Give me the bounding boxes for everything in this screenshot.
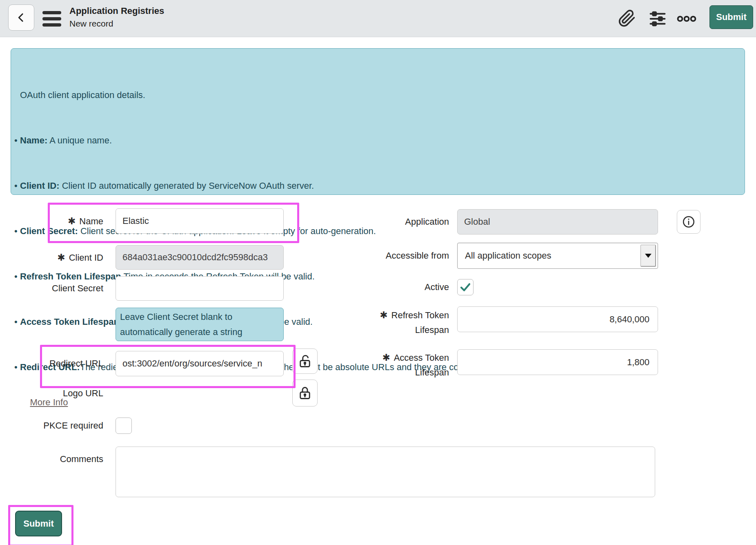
personalize-form-button[interactable] xyxy=(647,10,668,28)
client-secret-hint: Leave Client Secret blank to automatical… xyxy=(116,308,284,341)
application-input xyxy=(457,209,658,235)
info-bullet-name: Name: A unique name. xyxy=(20,133,732,148)
comments-label: Comments xyxy=(16,447,103,472)
ellipsis-icon xyxy=(677,15,696,23)
required-marker: ✱ xyxy=(68,216,76,226)
chevron-left-icon xyxy=(15,11,27,24)
required-marker: ✱ xyxy=(380,310,387,320)
logo-url-label: Logo URL xyxy=(16,381,103,406)
pkce-required-checkbox[interactable] xyxy=(116,418,132,434)
client-secret-input[interactable] xyxy=(116,276,284,301)
header: Application Registries New record Submit xyxy=(0,0,756,37)
accessible-from-value: All application scopes xyxy=(465,250,551,261)
access-token-lifespan-label: ✱Access Token Lifespan xyxy=(355,350,449,380)
lock-icon xyxy=(298,386,312,400)
logo-url-lock-button[interactable] xyxy=(292,380,318,407)
chevron-down-icon xyxy=(640,245,656,267)
client-secret-label: Client Secret xyxy=(16,276,103,301)
refresh-token-lifespan-input[interactable] xyxy=(457,306,658,332)
form-submit-button[interactable]: Submit xyxy=(15,511,62,536)
header-titles: Application Registries New record xyxy=(69,5,164,29)
client-id-label: ✱Client ID xyxy=(16,245,103,270)
unlock-icon xyxy=(298,354,312,369)
more-options-button[interactable] xyxy=(676,13,697,24)
page-subtitle: New record xyxy=(69,18,164,29)
required-marker: ✱ xyxy=(57,252,65,263)
accessible-from-label: Accessible from xyxy=(355,243,449,269)
application-info-button[interactable] xyxy=(677,210,700,234)
pkce-required-label: PKCE required xyxy=(16,418,103,434)
active-checkbox[interactable] xyxy=(457,279,474,295)
sliders-icon xyxy=(648,10,667,27)
application-label: Application xyxy=(355,209,449,235)
redirect-url-unlock-button[interactable] xyxy=(292,348,318,374)
info-intro: OAuth client application details. xyxy=(20,87,732,103)
redirect-url-label: Redirect URL xyxy=(16,351,103,376)
info-circle-icon xyxy=(682,215,696,229)
required-marker: ✱ xyxy=(382,352,390,363)
page-title: Application Registries xyxy=(69,5,164,17)
redirect-url-input[interactable] xyxy=(116,351,284,376)
client-id-input xyxy=(116,245,284,270)
paperclip-icon xyxy=(618,9,636,27)
back-button[interactable] xyxy=(8,4,34,31)
refresh-token-lifespan-label: ✱Refresh Token Lifespan xyxy=(355,307,449,337)
header-submit-button[interactable]: Submit xyxy=(709,5,753,29)
access-token-lifespan-input[interactable] xyxy=(457,349,658,375)
info-bullet-client-id: Client ID: Client ID automatically gener… xyxy=(20,178,732,193)
attachment-button[interactable] xyxy=(617,8,637,29)
name-input[interactable] xyxy=(116,208,284,234)
comments-textarea[interactable] xyxy=(116,447,655,497)
checkmark-icon xyxy=(459,281,472,294)
accessible-from-select[interactable]: All application scopes xyxy=(457,243,658,269)
name-label: ✱Name xyxy=(16,208,103,234)
active-label: Active xyxy=(355,279,449,295)
application-registries-new-record-page: Application Registries New record Submit xyxy=(0,0,756,545)
hamburger-menu-icon[interactable] xyxy=(42,11,61,27)
oauth-info-box: OAuth client application details. Name: … xyxy=(11,48,745,195)
